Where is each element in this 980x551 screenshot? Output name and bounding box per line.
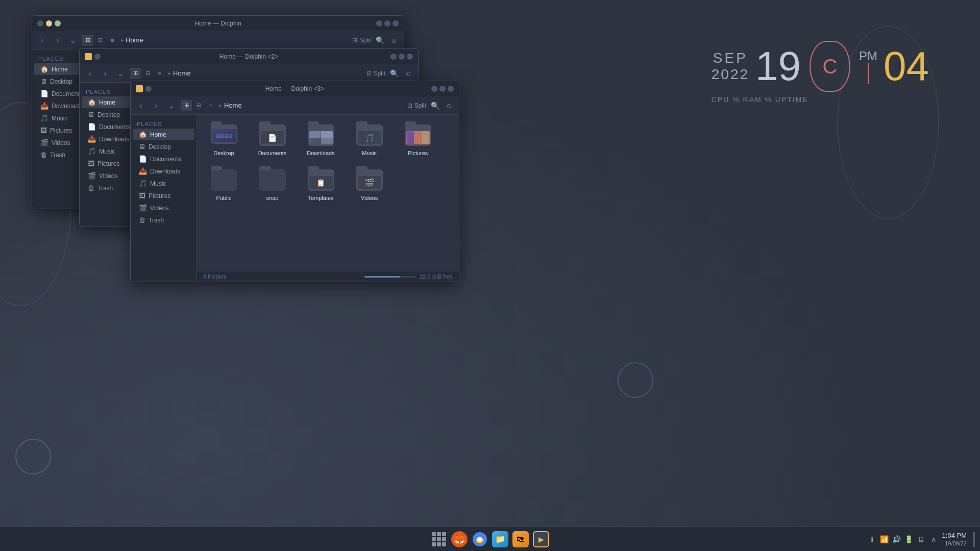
snap-folder-icon (258, 168, 287, 192)
chrome-icon (472, 531, 488, 547)
folder-documents[interactable]: 📄 Documents (251, 120, 294, 160)
sidebar-videos-label-3: Videos (150, 205, 168, 212)
list-view-btn-1[interactable]: ≡ (107, 35, 118, 46)
window-title-3: Home — Dolphin <3> (265, 85, 324, 92)
compact-view-btn-2[interactable]: ⊟ (142, 68, 153, 79)
sidebar-home-label-1: Home (52, 66, 68, 73)
tray-display-icon[interactable]: 🖥 (917, 535, 926, 544)
split-btn-3[interactable]: ⊟ Split (407, 102, 426, 109)
folder-desktop[interactable]: ⊞⊞⊞⊞ Desktop (202, 120, 246, 160)
split-btn-1[interactable]: ⊟ Split (352, 37, 371, 44)
terminal-btn[interactable]: ▶ (533, 531, 549, 547)
music-icon-2: 🎵 (88, 147, 96, 155)
breadcrumb-path-3[interactable]: Home (224, 102, 242, 109)
wc-btn3[interactable] (145, 86, 152, 92)
wc-max-1[interactable] (55, 20, 61, 27)
deco-circle-bottom-left (15, 439, 51, 474)
back-btn-2[interactable]: ‹ (84, 67, 96, 80)
folder-music[interactable]: 🎵 Music (348, 120, 391, 160)
up-btn-1[interactable]: ⌄ (67, 34, 79, 46)
wc-r6[interactable] (407, 54, 413, 60)
wc-r1[interactable] (376, 20, 382, 27)
documents-folder-label: Documents (258, 149, 287, 157)
wc-close-1[interactable] (37, 20, 43, 27)
wc-r8[interactable] (439, 86, 446, 92)
folder-pictures[interactable]: Pictures (396, 120, 439, 160)
menu-btn-1[interactable]: ☺ (388, 35, 400, 46)
view-btns-3: ⊞ ⊟ ≡ (181, 100, 216, 111)
sidebar-home-label-2: Home (99, 99, 115, 106)
app-launcher-btn[interactable] (431, 531, 447, 547)
search-btn-2[interactable]: 🔍 (388, 68, 400, 79)
up-btn-2[interactable]: ⌄ (114, 67, 127, 80)
firefox-btn[interactable]: 🦊 (451, 531, 468, 547)
forward-btn-2[interactable]: › (99, 67, 111, 80)
sidebar-trash-3[interactable]: 🗑 Trash (133, 214, 194, 226)
folder-downloads[interactable]: Downloads (299, 120, 342, 160)
folder-videos[interactable]: 🎬 Videos (348, 165, 391, 205)
sidebar-desktop-3[interactable]: 🖥 Desktop (133, 141, 194, 153)
folder-templates[interactable]: 📋 Templates (299, 165, 342, 205)
downloads-folder-icon (307, 123, 335, 147)
menu-btn-2[interactable]: ☺ (403, 68, 414, 79)
dolphin-btn[interactable]: 📁 (492, 531, 508, 547)
grid-view-btn-3[interactable]: ⊞ (181, 100, 192, 111)
sidebar-trash-label-1: Trash (50, 152, 65, 159)
window-controls-1[interactable] (37, 20, 61, 27)
videos-icon-2: 🎬 (88, 172, 96, 180)
folder-snap[interactable]: snap (251, 165, 294, 205)
wc-min-1[interactable] (46, 20, 52, 27)
grid-dot (437, 532, 441, 536)
sidebar-music-3[interactable]: 🎵 Music (133, 178, 194, 189)
svg-point-1 (477, 537, 482, 542)
search-btn-1[interactable]: 🔍 (374, 35, 385, 46)
wc-btn2[interactable] (94, 54, 101, 60)
menu-btn-3[interactable]: ☺ (444, 100, 455, 111)
wc-r9[interactable] (448, 86, 454, 92)
wc-r3[interactable] (393, 20, 399, 27)
sidebar-downloads-3[interactable]: 📥 Downloads (133, 165, 194, 177)
pictures-folder-icon (404, 123, 432, 147)
forward-btn-1[interactable]: › (52, 34, 64, 46)
clock-widget: SEP 2022 19 C PM 04 CPU % RAM % UPTIME (712, 41, 929, 104)
status-folders: 9 Folders (203, 273, 227, 280)
body-3: Places 🏠 Home 🖥 Desktop 📄 Documents 📥 Do… (131, 115, 459, 282)
show-desktop-btn[interactable] (973, 532, 975, 547)
breadcrumb-path-2[interactable]: Home (173, 69, 191, 77)
list-view-btn-2[interactable]: ≡ (154, 68, 165, 79)
forward-btn-3[interactable]: › (150, 99, 162, 112)
store-btn[interactable]: 🛍 (512, 531, 529, 547)
sidebar-home-3[interactable]: 🏠 Home (133, 129, 194, 140)
window-controls-2[interactable] (85, 53, 101, 60)
tray-volume-icon[interactable]: 🔊 (892, 535, 901, 544)
sidebar-home-label-3: Home (150, 131, 166, 138)
wc-r5[interactable] (399, 54, 405, 60)
list-view-btn-3[interactable]: ≡ (205, 100, 216, 111)
tray-battery-icon[interactable]: 🔋 (904, 535, 914, 544)
sidebar-pictures-3[interactable]: 🖼 Pictures (133, 190, 194, 202)
search-btn-3[interactable]: 🔍 (429, 100, 440, 111)
compact-view-btn-3[interactable]: ⊟ (193, 100, 204, 111)
grid-view-btn-2[interactable]: ⊞ (130, 68, 141, 79)
up-btn-3[interactable]: ⌄ (165, 99, 178, 112)
chrome-btn[interactable] (472, 531, 488, 547)
wc-r2[interactable] (384, 20, 390, 27)
split-btn-2[interactable]: ⊟ Split (366, 70, 385, 77)
sidebar-desktop-label-1: Desktop (50, 78, 72, 85)
wc-r4[interactable] (390, 54, 397, 60)
compact-view-btn-1[interactable]: ⊟ (94, 35, 106, 46)
grid-dot (442, 532, 446, 536)
tray-expand-icon[interactable]: ∧ (929, 535, 938, 544)
tray-info-icon[interactable]: ℹ (868, 535, 877, 544)
back-btn-3[interactable]: ‹ (135, 99, 147, 112)
sidebar-videos-3[interactable]: 🎬 Videos (133, 202, 194, 214)
wc-r7[interactable] (431, 86, 437, 92)
sidebar-documents-3[interactable]: 📄 Documents (133, 153, 194, 165)
breadcrumb-path-1[interactable]: Home (126, 36, 143, 44)
grid-view-btn-1[interactable]: ⊞ (82, 35, 93, 46)
status-free: 22.9 GiB free (420, 273, 453, 280)
folder-public[interactable]: Public (202, 165, 246, 205)
window-controls-3[interactable] (136, 85, 152, 92)
tray-network-icon[interactable]: 📶 (880, 535, 889, 544)
back-btn-1[interactable]: ‹ (36, 34, 48, 46)
